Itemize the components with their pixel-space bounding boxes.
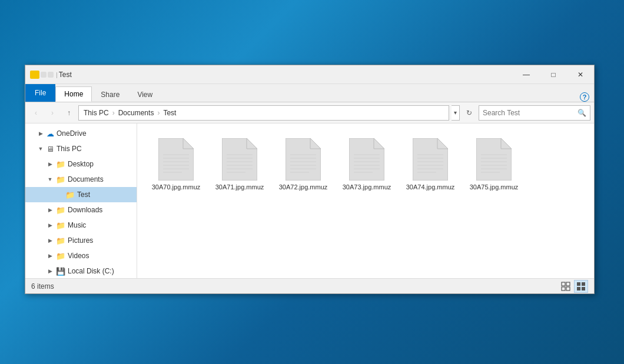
expand-arrow-onedrive: ▶ [37,130,44,137]
svg-rect-48 [562,282,565,286]
svg-rect-50 [562,287,565,290]
svg-marker-9 [247,138,257,149]
sidebar: ▶ ☁ OneDrive ▼ 🖥 This PC ▶ 📁 Desktop ▼ 📁… [25,123,137,278]
music-folder-icon: 📁 [56,221,65,230]
back-button[interactable]: ‹ [29,106,43,120]
sidebar-item-localdisk[interactable]: ▶ 💾 Local Disk (C:) [25,263,137,278]
ribbon: File Home Share View ? [25,84,594,102]
videos-folder-icon: 📁 [56,252,65,261]
svg-rect-54 [577,287,580,290]
file-icon-2 [286,138,321,181]
minimize-button[interactable]: — [513,65,540,84]
file-icon-0 [158,138,194,181]
expand-arrow-thispc: ▼ [37,145,44,152]
sidebar-label-videos: Videos [68,252,89,260]
sidebar-item-desktop[interactable]: ▶ 📁 Desktop [25,156,137,172]
desktop-folder-icon: 📁 [56,160,65,169]
sidebar-item-videos[interactable]: ▶ 📁 Videos [25,248,137,263]
file-icon-5 [476,138,512,181]
file-name-4: 30A74.jpg.mmuz [406,183,455,191]
title-separator: | [56,71,58,78]
path-sep2: › [157,109,160,117]
svg-marker-1 [183,138,194,149]
expand-arrow-pictures: ▶ [47,237,54,244]
expand-arrow-documents: ▼ [47,176,54,183]
svg-marker-33 [437,138,448,149]
file-icon-3 [349,138,384,181]
address-bar: ‹ › ↑ This PC › Documents › Test ▾ ↻ 🔍 [25,102,594,123]
close-button[interactable]: ✕ [567,65,594,84]
view-buttons [559,280,588,293]
sidebar-label-desktop: Desktop [68,160,94,168]
tab-home[interactable]: Home [55,86,92,102]
grid-view-button[interactable] [559,280,573,293]
title-bar: | Test — □ ✕ [25,65,594,84]
quick-access-icon2 [48,72,54,78]
pictures-folder-icon: 📁 [56,236,65,245]
search-box[interactable]: 🔍 [479,105,590,121]
sidebar-item-documents[interactable]: ▼ 📁 Documents [25,172,137,187]
up-button[interactable]: ↑ [62,106,76,120]
large-icon-view-icon [576,282,586,291]
sidebar-label-music: Music [68,221,86,229]
sidebar-label-thispc: This PC [57,145,82,153]
search-input[interactable] [483,109,575,117]
file-item[interactable]: 30A74.jpg.mmuz [401,133,460,196]
expand-arrow-localdisk: ▶ [47,268,54,275]
test-folder-icon: 📁 [65,191,75,199]
title-bar-icons: | [30,71,59,79]
svg-rect-51 [566,287,570,290]
address-path[interactable]: This PC › Documents › Test [78,105,449,121]
file-name-5: 30A75.jpg.mmuz [470,183,519,191]
file-item[interactable]: 30A72.jpg.mmuz [274,133,333,196]
sidebar-label-test: Test [77,191,90,199]
window-folder-icon [30,71,39,79]
tab-file[interactable]: File [25,84,55,102]
tab-share[interactable]: Share [92,86,128,102]
file-item[interactable]: 30A71.jpg.mmuz [210,133,269,196]
file-icon-4 [413,138,448,181]
status-bar: 6 items [25,278,594,293]
file-item[interactable]: 30A75.jpg.mmuz [464,133,523,196]
sidebar-item-test[interactable]: ▶ 📁 Test [25,187,137,202]
expand-arrow-music: ▶ [47,222,54,229]
item-count: 6 items [31,282,54,290]
grid-view-icon [561,282,570,291]
sidebar-item-pictures[interactable]: ▶ 📁 Pictures [25,233,137,248]
file-name-0: 30A70.jpg.mmuz [152,183,201,191]
expand-arrow-downloads: ▶ [47,206,54,213]
file-name-2: 30A72.jpg.mmuz [279,183,328,191]
file-area: 30A70.jpg.mmuz 30A71.jpg.mmuz [137,123,594,278]
quick-access-icon1 [41,72,47,78]
maximize-button[interactable]: □ [540,65,567,84]
path-sep1: › [112,109,115,117]
sidebar-item-downloads[interactable]: ▶ 📁 Downloads [25,202,137,218]
expand-arrow-desktop: ▶ [47,161,54,168]
large-icon-view-button[interactable] [574,280,588,293]
tab-view[interactable]: View [128,86,161,102]
forward-button[interactable]: › [45,106,59,120]
path-test: Test [163,109,176,117]
sidebar-label-pictures: Pictures [68,236,93,245]
computer-icon: 🖥 [47,145,54,153]
help-icon[interactable]: ? [580,92,594,102]
onedrive-icon: ☁ [47,129,54,138]
search-icon[interactable]: 🔍 [577,109,586,117]
documents-folder-icon: 📁 [56,175,65,184]
sidebar-item-music[interactable]: ▶ 📁 Music [25,218,137,233]
path-documents: Documents [118,109,154,117]
file-item[interactable]: 30A73.jpg.mmuz [337,133,396,196]
downloads-folder-icon: 📁 [56,206,65,215]
sidebar-item-thispc[interactable]: ▼ 🖥 This PC [25,141,137,156]
sidebar-item-onedrive[interactable]: ▶ ☁ OneDrive [25,126,137,141]
file-name-3: 30A73.jpg.mmuz [343,183,391,191]
file-icon-1 [222,138,257,181]
svg-marker-25 [374,138,384,149]
expand-arrow-videos: ▶ [47,252,54,259]
svg-rect-49 [566,282,570,286]
refresh-button[interactable]: ↻ [462,106,476,120]
address-dropdown[interactable]: ▾ [452,105,460,121]
svg-rect-55 [582,287,585,290]
file-name-1: 30A71.jpg.mmuz [215,183,264,191]
file-item[interactable]: 30A70.jpg.mmuz [147,133,205,196]
